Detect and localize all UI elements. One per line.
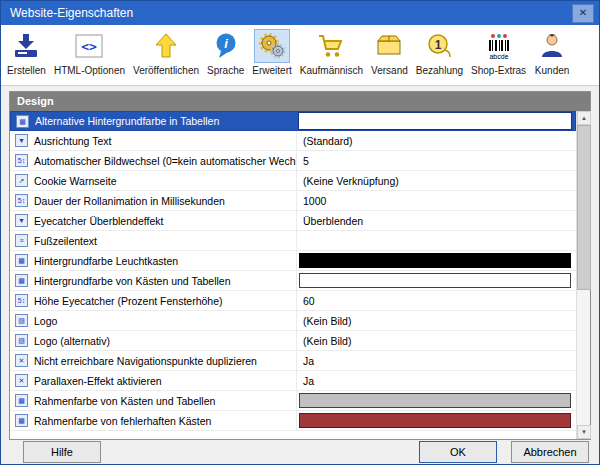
property-label: Rahmenfarbe von fehlerhaften Kästen (34, 415, 211, 427)
toolbar-item-label: Bezahlung (416, 65, 463, 76)
property-label: Dauer der Rollanimation in Millisekunden (34, 195, 225, 207)
property-label-cell: ▩Rahmenfarbe von Kästen und Tabellen (10, 391, 297, 410)
property-value-cell[interactable]: 5 (297, 151, 576, 170)
property-label: Cookie Warnseite (34, 175, 116, 187)
property-value-cell[interactable]: Ja (297, 371, 576, 390)
dropdown-type-icon: ▼ (15, 134, 28, 147)
property-value: 1000 (303, 195, 326, 207)
color-swatch[interactable] (299, 253, 571, 268)
property-label-cell: ▩Hintergrundfarbe von Kästen und Tabelle… (10, 271, 297, 290)
property-value-cell[interactable] (297, 411, 576, 430)
ok-button[interactable]: OK (419, 441, 497, 463)
color-swatch[interactable] (299, 413, 571, 428)
shopping-cart-icon (313, 29, 349, 63)
property-value: (Kein Bild) (303, 315, 351, 327)
toolbar-item-label: Kaufmännisch (300, 65, 363, 76)
property-row[interactable]: ✕Nicht erreichbare Navigationspunkte dup… (10, 351, 576, 371)
titlebar: Website-Eigenschaften ✕ (1, 1, 599, 25)
property-value-cell[interactable]: (Kein Bild) (297, 331, 576, 350)
property-label: Hintergrundfarbe Leuchtkasten (34, 255, 178, 267)
color-type-icon: ▩ (15, 394, 28, 407)
property-label-cell: 5↕Höhe Eyecatcher (Prozent Fensterhöhe) (10, 291, 297, 310)
property-row[interactable]: ≡Fußzeilentext (10, 231, 576, 251)
property-row[interactable]: ▩Rahmenfarbe von fehlerhaften Kästen (10, 411, 576, 431)
property-label-cell: ▼Ausrichtung Text (10, 131, 297, 150)
property-value-cell[interactable] (297, 271, 576, 290)
property-label: Automatischer Bildwechsel (0=kein automa… (34, 155, 297, 167)
property-value: Überblenden (303, 215, 363, 227)
property-value: 60 (303, 295, 315, 307)
property-row[interactable]: 5↕Höhe Eyecatcher (Prozent Fensterhöhe)6… (10, 291, 576, 311)
toolbar-item-shop-extras[interactable]: abcdeShop-Extras (467, 28, 530, 78)
property-row[interactable]: ▼Eyecatcher ÜberblendeffektÜberblenden (10, 211, 576, 231)
number-type-icon: 5↕ (15, 194, 28, 207)
property-row[interactable]: 5↕Dauer der Rollanimation in Millisekund… (10, 191, 576, 211)
property-value: (Keine Verknüpfung) (303, 175, 399, 187)
property-label: Nicht erreichbare Navigationspunkte dupl… (34, 355, 257, 367)
toolbar-item-html-optionen[interactable]: <>HTML-Optionen (50, 28, 129, 78)
color-swatch[interactable] (299, 393, 571, 408)
property-label-cell: ▩Hintergrundfarbe Leuchtkasten (10, 251, 297, 270)
dropdown-type-icon: ▼ (15, 214, 28, 227)
scrollbar-thumb[interactable] (577, 125, 591, 290)
property-value-cell[interactable]: (Standard) (297, 131, 576, 150)
property-value-cell[interactable]: (Kein Bild) (297, 311, 576, 330)
toolbar-item-erstellen[interactable]: Erstellen (3, 28, 50, 78)
property-label-cell: ✕Parallaxen-Effekt aktivieren (10, 371, 297, 390)
property-label: Logo (34, 315, 57, 327)
checkbox-type-icon: ✕ (15, 374, 28, 387)
barcode-icon: abcde (481, 29, 517, 63)
property-label-cell: 5↕Automatischer Bildwechsel (0=kein auto… (10, 151, 297, 170)
toolbar-item-label: Versand (371, 65, 408, 76)
property-value-cell[interactable] (297, 231, 576, 250)
text-type-icon: ≡ (15, 234, 28, 247)
toolbar-item-sprache[interactable]: iSprache (203, 28, 248, 78)
scroll-up-icon[interactable]: ▲ (577, 111, 591, 125)
property-label: Ausrichtung Text (34, 135, 111, 147)
close-icon[interactable]: ✕ (572, 4, 594, 23)
svg-text:i: i (224, 36, 228, 51)
property-row[interactable]: ▼Ausrichtung Text(Standard) (10, 131, 576, 151)
toolbar: Erstellen<>HTML-OptionenVeröffentlicheni… (1, 25, 599, 86)
property-value-cell[interactable]: (Keine Verknüpfung) (297, 171, 576, 190)
property-value-input[interactable] (298, 112, 572, 130)
cancel-button[interactable]: Abbrechen (511, 441, 589, 463)
toolbar-item-kunden[interactable]: Kunden (530, 28, 574, 78)
number-type-icon: 5↕ (15, 154, 28, 167)
toolbar-item-label: Veröffentlichen (133, 65, 199, 76)
property-value-cell[interactable]: Ja (297, 351, 576, 370)
property-row[interactable]: ▨Logo (alternativ)(Kein Bild) (10, 331, 576, 351)
property-row[interactable]: ▩Rahmenfarbe von Kästen und Tabellen (10, 391, 576, 411)
toolbar-item-ver-ffentlichen[interactable]: Veröffentlichen (129, 28, 203, 78)
property-value: (Standard) (303, 135, 353, 147)
toolbar-item-erweitert[interactable]: Erweitert (248, 28, 295, 78)
property-value-cell[interactable] (297, 251, 576, 270)
toolbar-item-label: Sprache (207, 65, 244, 76)
property-label: Höhe Eyecatcher (Prozent Fensterhöhe) (34, 295, 223, 307)
property-row[interactable]: ▩Hintergrundfarbe von Kästen und Tabelle… (10, 271, 576, 291)
property-value: (Kein Bild) (303, 335, 351, 347)
color-type-icon: ▩ (15, 414, 28, 427)
property-value: 5 (303, 155, 309, 167)
property-value-cell[interactable]: Überblenden (297, 211, 576, 230)
toolbar-item-versand[interactable]: Versand (367, 28, 412, 78)
property-value-cell[interactable] (297, 391, 576, 410)
property-row[interactable]: ↗Cookie Warnseite(Keine Verknüpfung) (10, 171, 576, 191)
property-label: Logo (alternativ) (34, 335, 110, 347)
property-value-cell[interactable]: 60 (297, 291, 576, 310)
property-row[interactable]: ✕Parallaxen-Effekt aktivierenJa (10, 371, 576, 391)
toolbar-item-bezahlung[interactable]: 1Bezahlung (412, 28, 467, 78)
property-row[interactable]: ▩Alternative Hintergrundfarbe in Tabelle… (10, 111, 576, 131)
property-row[interactable]: ▩Hintergrundfarbe Leuchtkasten (10, 251, 576, 271)
color-swatch[interactable] (299, 273, 571, 288)
help-button[interactable]: Hilfe (23, 441, 101, 463)
color-type-icon: ▩ (15, 254, 28, 267)
vertical-scrollbar[interactable]: ▲ ▼ (576, 111, 590, 439)
property-row[interactable]: 5↕Automatischer Bildwechsel (0=kein auto… (10, 151, 576, 171)
property-value-cell[interactable]: 1000 (297, 191, 576, 210)
property-value: Ja (303, 355, 314, 367)
toolbar-item-kaufm-nnisch[interactable]: Kaufmännisch (296, 28, 367, 78)
scroll-down-icon[interactable]: ▼ (577, 425, 591, 439)
property-row[interactable]: ▨Logo(Kein Bild) (10, 311, 576, 331)
property-value-cell[interactable] (298, 112, 575, 130)
